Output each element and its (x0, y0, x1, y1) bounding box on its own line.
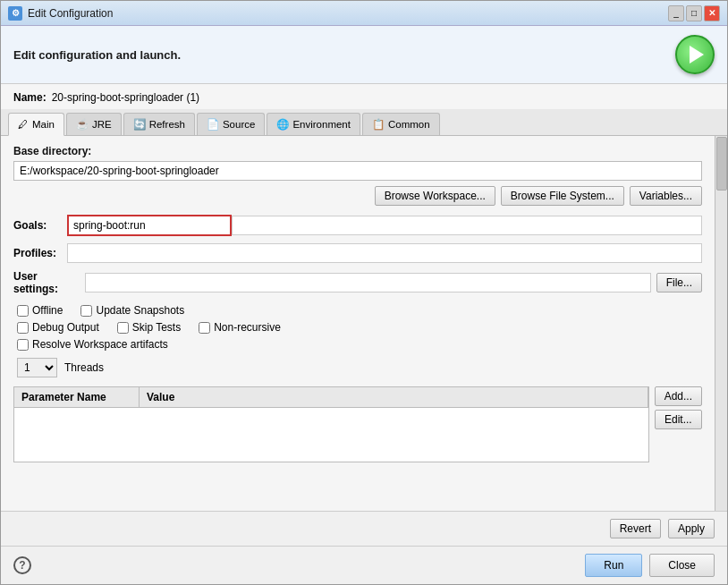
user-settings-label: User settings: (13, 270, 85, 295)
header-area: Edit configuration and launch. (1, 26, 727, 84)
tab-refresh[interactable]: 🔄 Refresh (123, 113, 195, 135)
goals-extra-input[interactable] (232, 216, 702, 235)
jre-tab-label: JRE (92, 119, 112, 130)
main-tab-icon: 🖊 (18, 119, 29, 130)
goals-label: Goals: (13, 219, 67, 232)
header-title: Edit configuration and launch. (13, 48, 181, 62)
params-col-value-header: Value (140, 387, 648, 407)
profiles-row: Profiles: (13, 243, 702, 263)
skip-tests-checkbox[interactable] (117, 322, 129, 334)
checkbox-skip-tests[interactable]: Skip Tests (117, 321, 181, 334)
scroll-thumb[interactable] (716, 137, 727, 191)
maximize-button[interactable]: □ (686, 5, 702, 21)
vertical-scrollbar[interactable] (715, 136, 727, 511)
params-col-name-header: Parameter Name (14, 387, 140, 407)
add-button[interactable]: Add... (655, 386, 702, 406)
tab-main[interactable]: 🖊 Main (8, 113, 64, 136)
file-button[interactable]: File... (656, 273, 702, 292)
skip-tests-label: Skip Tests (132, 321, 181, 334)
source-tab-label: Source (223, 119, 255, 130)
bottom-section: Revert Apply (1, 511, 727, 546)
edit-button[interactable]: Edit... (655, 410, 702, 429)
browse-buttons-row: Browse Workspace... Browse File System..… (13, 186, 702, 206)
variables-button[interactable]: Variables... (630, 186, 702, 206)
user-settings-row: User settings: File... (13, 270, 702, 295)
name-label: Name: (13, 91, 47, 104)
base-dir-label: Base directory: (13, 145, 702, 157)
tab-source[interactable]: 📄 Source (197, 113, 265, 135)
minimize-button[interactable]: _ (668, 5, 684, 21)
play-icon (690, 46, 704, 64)
resolve-workspace-checkbox[interactable] (17, 339, 29, 351)
checkbox-non-recursive[interactable]: Non-recursive (199, 321, 281, 334)
debug-output-label: Debug Output (32, 321, 99, 334)
threads-label: Threads (64, 361, 104, 374)
run-button[interactable]: Run (585, 554, 642, 577)
offline-checkbox[interactable] (17, 305, 29, 317)
tab-jre[interactable]: ☕ JRE (66, 113, 122, 135)
refresh-tab-icon: 🔄 (133, 118, 146, 131)
window-controls: _ □ ✕ (668, 5, 720, 21)
footer-section: ? Run Close (1, 546, 727, 584)
profiles-label: Profiles: (13, 247, 67, 259)
title-bar: ⚙ Edit Configuration _ □ ✕ (1, 1, 727, 26)
checkbox-offline[interactable]: Offline (17, 304, 63, 317)
goals-input[interactable] (69, 216, 230, 234)
checkbox-row-2: Debug Output Skip Tests Non-recursive (17, 321, 702, 334)
help-icon[interactable]: ? (13, 556, 31, 574)
window: ⚙ Edit Configuration _ □ ✕ Edit configur… (0, 0, 728, 585)
tabs-bar: 🖊 Main ☕ JRE 🔄 Refresh 📄 Source 🌐 Enviro… (1, 109, 727, 136)
params-body (14, 408, 648, 462)
common-tab-icon: 📋 (372, 118, 385, 131)
environment-tab-icon: 🌐 (276, 118, 289, 131)
browse-filesystem-button[interactable]: Browse File System... (501, 186, 624, 206)
offline-label: Offline (32, 304, 63, 317)
revert-button[interactable]: Revert (610, 519, 661, 538)
close-window-button[interactable]: ✕ (704, 5, 720, 21)
resolve-workspace-label: Resolve Workspace artifacts (32, 338, 168, 351)
params-table-wrapper: Parameter Name Value Add... Edit... (13, 386, 702, 462)
refresh-tab-label: Refresh (149, 119, 185, 130)
profiles-input[interactable] (67, 243, 702, 263)
browse-workspace-button[interactable]: Browse Workspace... (375, 186, 495, 206)
tab-environment[interactable]: 🌐 Environment (267, 113, 360, 135)
non-recursive-label: Non-recursive (214, 321, 281, 334)
window-title: Edit Configuration (28, 7, 668, 20)
threads-row: 1 2 4 Threads (13, 358, 702, 377)
checkbox-row-3: Resolve Workspace artifacts (17, 338, 702, 351)
table-side-buttons: Add... Edit... (655, 386, 702, 462)
checkbox-debug-output[interactable]: Debug Output (17, 321, 99, 334)
threads-select[interactable]: 1 2 4 (17, 358, 57, 377)
checkbox-row-1: Offline Update Snapshots (17, 304, 702, 317)
base-dir-input[interactable] (13, 161, 702, 181)
footer-right-buttons: Run Close (585, 554, 715, 577)
tab-common[interactable]: 📋 Common (362, 113, 440, 135)
main-tab-label: Main (32, 119, 55, 130)
name-value: 20-spring-boot-springloader (1) (52, 91, 199, 104)
window-icon: ⚙ (8, 6, 22, 21)
apply-button[interactable]: Apply (668, 519, 715, 538)
non-recursive-checkbox[interactable] (199, 322, 210, 334)
close-button[interactable]: Close (649, 554, 715, 577)
update-snapshots-label: Update Snapshots (96, 304, 184, 317)
params-table-header: Parameter Name Value (14, 387, 648, 408)
name-row: Name: 20-spring-boot-springloader (1) (1, 84, 727, 109)
run-launch-button[interactable] (675, 35, 715, 74)
goals-row: Goals: (13, 215, 702, 236)
checkbox-resolve-workspace[interactable]: Resolve Workspace artifacts (17, 338, 168, 351)
common-tab-label: Common (388, 119, 430, 130)
goals-input-wrapper (67, 215, 232, 236)
params-table: Parameter Name Value (13, 386, 649, 462)
source-tab-icon: 📄 (207, 118, 219, 131)
jre-tab-icon: ☕ (76, 118, 89, 131)
form-scroll-area: Base directory: Browse Workspace... Brow… (1, 136, 727, 511)
checkboxes-area: Offline Update Snapshots Debug Output Sk… (13, 304, 702, 351)
user-settings-input[interactable] (85, 273, 651, 292)
checkbox-update-snapshots[interactable]: Update Snapshots (80, 304, 184, 317)
environment-tab-label: Environment (292, 119, 351, 130)
form-inner: Base directory: Browse Workspace... Brow… (1, 136, 715, 511)
debug-output-checkbox[interactable] (17, 322, 29, 334)
update-snapshots-checkbox[interactable] (80, 305, 92, 317)
